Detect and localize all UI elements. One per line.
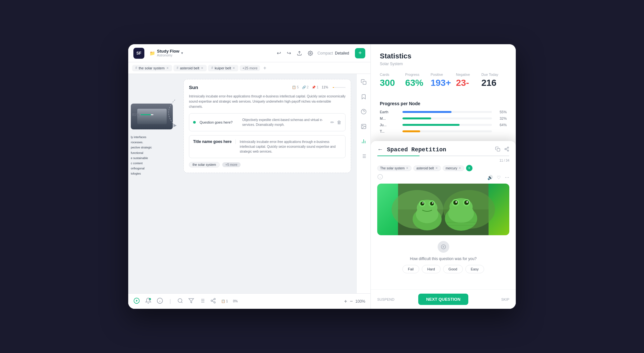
sr-tag-asteroid[interactable]: asteroid belt ✕	[413, 166, 441, 171]
sr-tag-label: The solar system	[380, 166, 405, 170]
svg-point-66	[453, 200, 458, 205]
svg-point-7	[362, 125, 363, 126]
search-icon[interactable]	[177, 298, 183, 305]
main-container: SF 📁 Study Flow Astronomy ▾ ↩ ↪	[128, 44, 516, 309]
question-answer: Objectively expedite client-based schema…	[242, 117, 327, 127]
meta-links-count: 2	[307, 86, 309, 89]
ppn-pct-ju: 64%	[495, 123, 507, 127]
diff-fail-button[interactable]: Fail	[402, 265, 419, 273]
add-tab-button[interactable]: +	[261, 65, 268, 72]
tag-solar-system[interactable]: the solar system	[189, 162, 220, 167]
bt-right: + − 100%	[344, 298, 365, 304]
sr-tag-close-icon[interactable]: ✕	[406, 166, 409, 170]
sr-tag-mercury[interactable]: mercury ✕	[443, 166, 464, 171]
detailed-label[interactable]: Detailed	[335, 51, 349, 55]
compact-label[interactable]: Compact	[317, 51, 333, 55]
edit-icon[interactable]: ✏	[330, 120, 334, 125]
card-meta-pins: 📌 1	[312, 86, 318, 89]
card-meta-cards: 📋 5	[292, 86, 299, 89]
svg-line-43	[506, 149, 508, 150]
list-icon[interactable]	[199, 298, 205, 305]
more-tags[interactable]: +5 more	[222, 162, 241, 167]
stat-positive-label: Positive	[431, 73, 456, 76]
reveal-button[interactable]	[438, 241, 449, 253]
sidebar-icon-chart[interactable]	[359, 137, 368, 147]
tab-close-icon[interactable]: ✕	[166, 66, 169, 70]
more-tabs-button[interactable]: +25 more	[240, 65, 260, 71]
sr-tag-close-icon[interactable]: ✕	[459, 166, 461, 170]
heart-icon[interactable]: ♡	[497, 175, 501, 180]
stat-cards: Cards 300	[380, 73, 405, 88]
tab-hash-icon: #	[211, 66, 213, 70]
sr-card-actions: 🔊 ♡ ⋯	[377, 174, 509, 181]
more-icon[interactable]: ⋯	[505, 175, 509, 180]
ppn-title: Progress per Node	[380, 101, 507, 106]
diff-good-button[interactable]: Good	[443, 265, 463, 273]
svg-point-33	[214, 298, 215, 300]
tab-asteroid-belt[interactable]: # asteroid belt ✕	[173, 65, 207, 71]
sidebar-icon-copy[interactable]	[359, 78, 368, 87]
svg-point-34	[211, 300, 213, 301]
sr-next-button[interactable]: NEXT QUESTION	[418, 294, 468, 305]
play-icon[interactable]	[133, 298, 140, 305]
sidebar-icon-list[interactable]	[359, 152, 368, 162]
bell-icon[interactable]: 1	[145, 298, 151, 305]
sr-tag-close-icon[interactable]: ✕	[435, 166, 438, 170]
ppn-row-t: T...	[380, 129, 507, 133]
zoom-in-button[interactable]: +	[344, 298, 347, 304]
folder-icon: 📁	[150, 51, 155, 56]
editor-header: SF 📁 Study Flow Astronomy ▾ ↩ ↪	[128, 44, 370, 62]
sr-question-text: How difficult this question was for you?	[377, 257, 509, 261]
sr-tag-label: asteroid belt	[416, 166, 434, 170]
tab-solar-system[interactable]: # the solar system ✕	[132, 65, 172, 71]
sr-tag-solar[interactable]: The solar system ✕	[377, 166, 411, 171]
diff-hard-button[interactable]: Hard	[422, 265, 441, 273]
sr-header-actions	[495, 146, 509, 153]
tab-label: kuiper belt	[215, 66, 231, 70]
tabs-bar: # the solar system ✕ # asteroid belt ✕ #…	[128, 62, 370, 74]
add-button[interactable]: +	[355, 48, 365, 58]
info-icon[interactable]	[157, 298, 163, 305]
stat-cards-label: Cards	[380, 73, 405, 76]
tab-close-icon[interactable]: ✕	[201, 66, 203, 70]
sr-back-button[interactable]: ←	[377, 146, 383, 153]
sr-suspend-button[interactable]: SUSPEND	[377, 298, 418, 301]
undo-button[interactable]: ↩	[275, 49, 282, 57]
filter-icon[interactable]	[188, 298, 194, 305]
ppn-label-t: T...	[380, 129, 399, 133]
sidebar-icon-question[interactable]	[359, 107, 368, 117]
svg-point-35	[214, 302, 215, 303]
settings-button[interactable]	[306, 49, 314, 57]
export-button[interactable]	[296, 49, 303, 57]
tab-kuiper-belt[interactable]: # kuiper belt ✕	[208, 65, 238, 71]
svg-point-58	[430, 202, 434, 206]
tab-hash-icon: #	[135, 66, 137, 70]
app-name-section[interactable]: 📁 Study Flow Astronomy ▾	[150, 49, 183, 58]
tab-close-icon[interactable]: ✕	[233, 66, 235, 70]
svg-line-25	[182, 302, 182, 303]
stats-title: Statistics	[380, 52, 507, 60]
share-icon[interactable]	[210, 298, 216, 305]
progress-indicator: 81%	[132, 113, 153, 116]
tab-label: asteroid belt	[180, 66, 199, 70]
reveal-section	[377, 241, 509, 255]
sr-copy-icon[interactable]	[495, 146, 500, 153]
question-dot	[193, 121, 196, 124]
ppn-pct-earth: 55%	[495, 110, 507, 114]
sidebar-icon-image[interactable]	[359, 122, 368, 132]
hint-icon[interactable]	[377, 174, 383, 181]
sidebar-icon-bookmark[interactable]	[359, 93, 368, 102]
ppn-label-earth: Earth	[380, 110, 399, 114]
diff-easy-button[interactable]: Easy	[465, 265, 484, 273]
audio-icon[interactable]: 🔊	[487, 175, 493, 180]
sr-share-icon[interactable]	[504, 146, 509, 153]
sr-tags: The solar system ✕ asteroid belt ✕ mercu…	[371, 165, 516, 174]
zoom-out-button[interactable]: −	[350, 298, 353, 304]
sr-difficulty-buttons: Fail Hard Good Easy	[377, 265, 509, 273]
redo-button[interactable]: ↪	[286, 49, 292, 57]
sr-skip-button[interactable]: SKIP	[468, 298, 509, 301]
tab-label: the solar system	[139, 66, 165, 70]
sr-add-tag-button[interactable]: +	[466, 165, 473, 171]
delete-icon[interactable]: 🗑	[337, 120, 341, 125]
ppn-row-earth: Earth 55%	[380, 110, 507, 114]
